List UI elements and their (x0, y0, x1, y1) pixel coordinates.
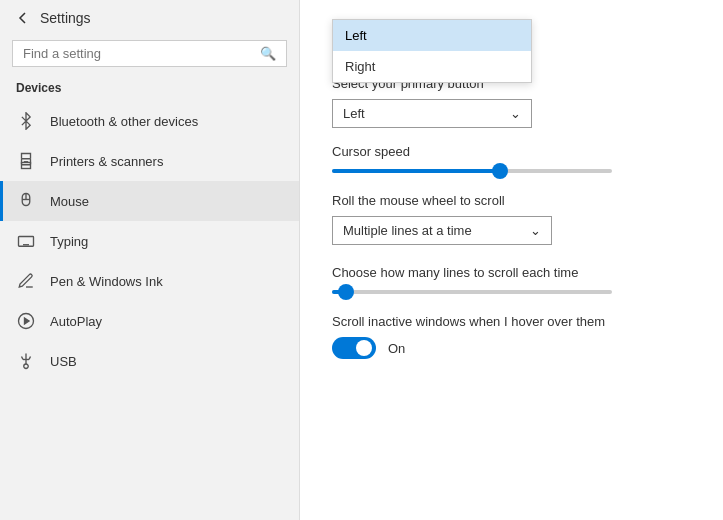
search-icon: 🔍 (260, 46, 276, 61)
printers-label: Printers & scanners (50, 154, 163, 169)
scroll-inactive-toggle[interactable] (332, 337, 376, 359)
section-label: Devices (0, 77, 299, 101)
toggle-row: On (332, 337, 691, 359)
chevron-down-icon: ⌄ (510, 106, 521, 121)
primary-button-select[interactable]: Left ⌄ (332, 99, 532, 128)
scroll-inactive-label: Scroll inactive windows when I hover ove… (332, 314, 691, 329)
lines-section: Choose how many lines to scroll each tim… (332, 265, 691, 294)
printer-icon (16, 151, 36, 171)
mouse-label: Mouse (50, 194, 89, 209)
sidebar-item-usb[interactable]: USB (0, 341, 299, 381)
bluetooth-icon (16, 111, 36, 131)
primary-button-section: Select your primary button Left Right Le… (332, 76, 691, 128)
sidebar-item-typing[interactable]: Typing (0, 221, 299, 261)
autoplay-label: AutoPlay (50, 314, 102, 329)
svg-line-19 (29, 357, 31, 360)
typing-label: Typing (50, 234, 88, 249)
primary-button-dropdown-menu: Left Right (332, 19, 532, 83)
toggle-knob (356, 340, 372, 356)
cursor-speed-slider[interactable] (332, 169, 612, 173)
roll-label: Roll the mouse wheel to scroll (332, 193, 691, 208)
svg-marker-16 (25, 318, 30, 324)
usb-icon (16, 351, 36, 371)
sidebar-item-printers[interactable]: Printers & scanners (0, 141, 299, 181)
pen-icon (16, 271, 36, 291)
roll-section: Roll the mouse wheel to scroll Multiple … (332, 193, 691, 245)
pen-label: Pen & Windows Ink (50, 274, 163, 289)
svg-rect-0 (22, 163, 31, 169)
primary-button-dropdown-container: Left Right Left ⌄ (332, 99, 532, 128)
sidebar-item-pen[interactable]: Pen & Windows Ink (0, 261, 299, 301)
sidebar-item-bluetooth[interactable]: Bluetooth & other devices (0, 101, 299, 141)
roll-dropdown[interactable]: Multiple lines at a time ⌄ (332, 216, 552, 245)
svg-line-18 (22, 357, 24, 360)
roll-chevron-icon: ⌄ (530, 223, 541, 238)
mouse-icon (16, 191, 36, 211)
scroll-inactive-section: Scroll inactive windows when I hover ove… (332, 314, 691, 359)
main-content: Mouse Select your primary button Left Ri… (300, 0, 723, 520)
sidebar: Settings 🔍 Devices Bluetooth & other dev… (0, 0, 300, 520)
search-input[interactable] (23, 46, 254, 61)
sidebar-header: Settings (0, 0, 299, 36)
usb-label: USB (50, 354, 77, 369)
cursor-speed-section: Cursor speed (332, 144, 691, 173)
typing-icon (16, 231, 36, 251)
sidebar-item-mouse[interactable]: Mouse (0, 181, 299, 221)
dropdown-selected-value: Left (343, 106, 365, 121)
lines-label: Choose how many lines to scroll each tim… (332, 265, 691, 280)
settings-title: Settings (40, 10, 91, 26)
sidebar-item-autoplay[interactable]: AutoPlay (0, 301, 299, 341)
toggle-state-label: On (388, 341, 405, 356)
dropdown-option-left[interactable]: Left (333, 20, 531, 51)
autoplay-icon (16, 311, 36, 331)
roll-selected-value: Multiple lines at a time (343, 223, 472, 238)
search-box[interactable]: 🔍 (12, 40, 287, 67)
svg-point-17 (24, 364, 29, 369)
lines-slider[interactable] (332, 290, 612, 294)
dropdown-option-right[interactable]: Right (333, 51, 531, 82)
bluetooth-label: Bluetooth & other devices (50, 114, 198, 129)
back-button[interactable] (16, 11, 30, 25)
cursor-speed-label: Cursor speed (332, 144, 691, 159)
